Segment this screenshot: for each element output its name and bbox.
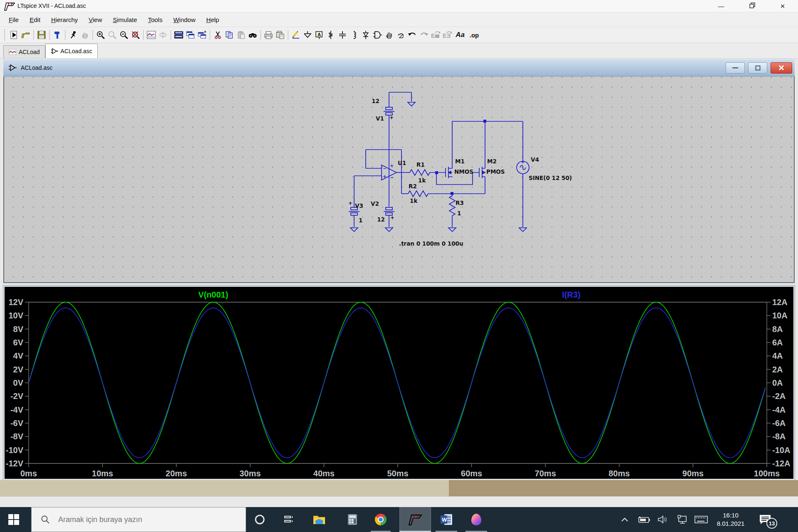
battery-status[interactable]: [634, 516, 653, 523]
v2-battery-symbol[interactable]: [384, 207, 394, 215]
menu-window[interactable]: Window: [169, 15, 200, 25]
open-icon[interactable]: [20, 29, 32, 41]
r1-name[interactable]: R1: [416, 161, 425, 168]
waveform-pane[interactable]: 12V12A10V10A8V8A6V6A4V4A2V2A0V0A-2V-2A-4…: [3, 286, 795, 480]
start-button[interactable]: [0, 507, 27, 532]
menu-view[interactable]: View: [84, 15, 106, 25]
r2-name[interactable]: R2: [409, 183, 417, 190]
taskbar-word-button[interactable]: W: [435, 508, 458, 531]
search-input[interactable]: [57, 515, 232, 525]
drag-icon[interactable]: [395, 29, 406, 41]
v3-name[interactable]: V3: [355, 202, 363, 209]
plot-settings-icon[interactable]: [145, 29, 157, 41]
toolbar-grip[interactable]: [4, 30, 6, 40]
menu-edit[interactable]: Edit: [25, 15, 45, 25]
menu-help[interactable]: Help: [202, 15, 224, 25]
redo-icon[interactable]: [418, 29, 430, 41]
component-icon[interactable]: [372, 29, 383, 41]
child-minimize-button[interactable]: [726, 62, 745, 74]
menu-hierarchy[interactable]: Hierarchy: [47, 15, 82, 25]
m1-model[interactable]: NMOS: [454, 168, 473, 175]
inductor-icon[interactable]: [348, 29, 360, 41]
taskbar-clock[interactable]: 16:10 8.01.2021: [711, 511, 751, 528]
tab-acload-schematic[interactable]: ACLoad.asc: [45, 44, 98, 58]
spice-directive-icon[interactable]: .op: [467, 29, 481, 41]
r2-resistor-symbol[interactable]: [408, 191, 428, 197]
tile-windows-icon[interactable]: [173, 29, 185, 41]
child-close-button[interactable]: [771, 62, 792, 74]
taskbar-cortana-button[interactable]: [248, 508, 271, 531]
rotate-icon[interactable]: EE: [441, 29, 453, 41]
tray-expand-button[interactable]: [615, 517, 634, 522]
text-icon[interactable]: Aa: [453, 29, 467, 41]
tab-acload-waveform[interactable]: ACLoad: [3, 45, 45, 58]
taskbar-chrome-button[interactable]: [369, 508, 392, 531]
v4-value[interactable]: SINE(0 12 50): [529, 175, 572, 181]
ground-icon[interactable]: [302, 29, 313, 41]
u1-name[interactable]: U1: [398, 160, 406, 166]
arrange-windows-icon[interactable]: [196, 29, 208, 41]
v2-name[interactable]: V2: [371, 200, 379, 207]
mirror-icon[interactable]: E: [430, 29, 441, 41]
r1-resistor-symbol[interactable]: [410, 170, 430, 175]
schematic-canvas[interactable]: − + + − 12 V1 + U1 R1 1k M1 NMOS M2 PMOS…: [4, 76, 794, 282]
taskbar-task-view-button[interactable]: [277, 508, 300, 531]
zoom-in-icon[interactable]: [95, 29, 106, 41]
taskbar-file-explorer-button[interactable]: [308, 508, 331, 531]
m2-pmos-symbol[interactable]: [479, 167, 485, 178]
menu-file[interactable]: File: [4, 15, 23, 25]
v1-battery-symbol[interactable]: [384, 107, 394, 115]
network-status[interactable]: [672, 515, 692, 524]
m1-nmos-symbol[interactable]: [446, 167, 452, 178]
r3-name[interactable]: R3: [456, 200, 464, 206]
resistor-icon[interactable]: [325, 29, 337, 41]
autorange-icon[interactable]: [157, 29, 169, 41]
copy-icon[interactable]: [224, 29, 235, 41]
move-icon[interactable]: [383, 29, 395, 41]
action-center-button[interactable]: 13: [751, 514, 780, 525]
control-panel-icon[interactable]: [52, 29, 63, 41]
paste-icon[interactable]: [235, 29, 247, 41]
zoom-full-extents-icon[interactable]: [130, 29, 141, 41]
r2-value[interactable]: 1k: [410, 197, 418, 204]
cascade-windows-icon[interactable]: [185, 29, 196, 41]
touch-keyboard[interactable]: [692, 515, 711, 524]
v3-value[interactable]: 1: [359, 217, 362, 224]
restore-button[interactable]: [743, 0, 762, 12]
pan-icon[interactable]: [79, 29, 91, 41]
halt-icon[interactable]: [67, 29, 79, 41]
v4-name[interactable]: V4: [531, 156, 539, 163]
taskbar-ltspice-button[interactable]: LT: [399, 507, 431, 532]
r3-value[interactable]: 1: [457, 210, 461, 217]
child-restore-button[interactable]: [748, 62, 767, 74]
print-icon[interactable]: [263, 29, 274, 41]
m1-name[interactable]: M1: [455, 158, 465, 165]
v1-name[interactable]: V1: [376, 115, 384, 122]
v2-value[interactable]: 12: [377, 216, 385, 223]
print-preview-icon[interactable]: [274, 29, 286, 41]
r1-value[interactable]: 1k: [418, 177, 426, 184]
schematic-window-titlebar[interactable]: ACLoad.asc: [3, 59, 795, 76]
menu-tools[interactable]: Tools: [143, 15, 167, 25]
cut-icon[interactable]: [212, 29, 224, 41]
save-icon[interactable]: [36, 29, 47, 41]
wire-icon[interactable]: [290, 29, 302, 41]
volume-control[interactable]: [653, 515, 672, 524]
run-icon[interactable]: [8, 29, 20, 41]
zoom-out-icon[interactable]: [118, 29, 130, 41]
zoom-area-icon[interactable]: [106, 29, 118, 41]
net-label-icon[interactable]: A: [313, 29, 325, 41]
v1-value[interactable]: 12: [372, 98, 379, 104]
menu-simulate[interactable]: Simulate: [108, 15, 142, 25]
taskbar-search[interactable]: [31, 507, 246, 532]
minimize-button[interactable]: —: [712, 0, 731, 12]
diode-icon[interactable]: [360, 29, 372, 41]
r3-resistor-symbol[interactable]: [449, 194, 455, 219]
v4-source-symbol[interactable]: [517, 161, 529, 174]
close-button[interactable]: ×: [773, 0, 792, 12]
capacitor-icon[interactable]: [337, 29, 348, 41]
m2-model[interactable]: PMOS: [486, 168, 505, 175]
taskbar-paint3d-button[interactable]: [465, 508, 488, 531]
tran-directive[interactable]: .tran 0 100m 0 100u: [399, 240, 463, 247]
undo-icon[interactable]: [406, 29, 418, 41]
